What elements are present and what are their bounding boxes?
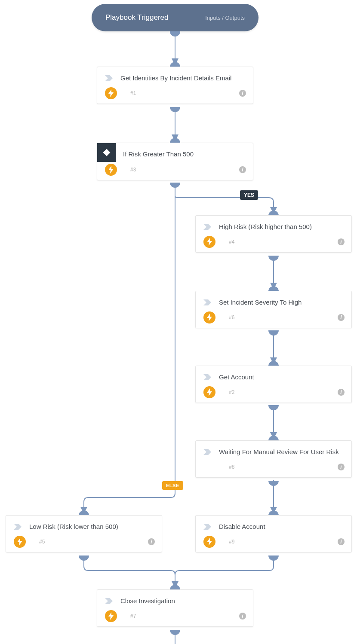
bolt-icon <box>203 386 215 398</box>
task-number: #6 <box>222 314 331 320</box>
edge-label-else: ELSE <box>162 481 183 490</box>
task-card-low-risk[interactable]: Low Risk (Risk lower than 500) #5 i <box>6 515 162 552</box>
bolt-icon <box>105 610 117 622</box>
task-title: Close Investigation <box>120 596 246 605</box>
bolt-icon <box>105 164 117 176</box>
info-icon[interactable]: i <box>338 464 345 470</box>
bolt-icon <box>203 311 215 324</box>
playbook-trigger[interactable]: Playbook Triggered Inputs / Outputs <box>92 4 259 31</box>
task-number: #5 <box>33 539 141 545</box>
chevron-right-icon <box>104 73 114 83</box>
bolt-icon <box>203 236 215 248</box>
info-icon[interactable]: i <box>239 166 246 173</box>
task-number: #8 <box>222 464 331 470</box>
svg-rect-8 <box>103 149 111 156</box>
task-card-manual-review[interactable]: Waiting For Manual Review For User Risk … <box>195 440 352 478</box>
task-title: Waiting For Manual Review For User Risk <box>219 447 345 456</box>
task-card-get-identities[interactable]: Get Identities By Incident Details Email… <box>97 67 253 104</box>
task-number: #1 <box>124 90 232 96</box>
task-title: Set Incident Severity To High <box>219 297 345 307</box>
chevron-right-icon <box>203 222 212 232</box>
chevron-right-icon <box>203 372 212 382</box>
task-title: Get Account <box>219 372 345 382</box>
task-title: High Risk (Risk higher than 500) <box>219 222 345 231</box>
task-card-close-investigation[interactable]: Close Investigation #7 i <box>97 589 253 627</box>
task-number: #2 <box>222 389 331 395</box>
info-icon[interactable]: i <box>338 538 345 545</box>
chevron-right-icon <box>203 447 212 457</box>
task-card-get-account[interactable]: Get Account #2 i <box>195 366 352 403</box>
task-title: Low Risk (Risk lower than 500) <box>29 522 155 531</box>
trigger-title: Playbook Triggered <box>105 13 168 22</box>
task-card-high-risk[interactable]: High Risk (Risk higher than 500) #4 i <box>195 215 352 253</box>
task-card-disable-account[interactable]: Disable Account #9 i <box>195 515 352 552</box>
chevron-right-icon <box>203 522 212 531</box>
bolt-icon <box>105 87 117 99</box>
task-number: #3 <box>124 167 232 173</box>
info-icon[interactable]: i <box>239 613 246 620</box>
decision-card-risk-gt-500[interactable]: If Risk Greater Than 500 #3 i <box>97 143 253 180</box>
info-icon[interactable]: i <box>338 389 345 396</box>
task-card-set-severity-high[interactable]: Set Incident Severity To High #6 i <box>195 291 352 328</box>
task-title: Disable Account <box>219 522 345 531</box>
diamond-icon <box>97 143 116 162</box>
info-icon[interactable]: i <box>338 238 345 245</box>
task-number: #4 <box>222 239 331 245</box>
chevron-right-icon <box>104 596 114 606</box>
chevron-right-icon <box>203 298 212 307</box>
task-number: #9 <box>222 539 331 545</box>
chevron-right-icon <box>13 522 22 531</box>
edge-label-yes: YES <box>240 190 258 200</box>
info-icon[interactable]: i <box>338 314 345 321</box>
bolt-icon <box>203 536 215 548</box>
info-icon[interactable]: i <box>239 90 246 97</box>
trigger-io-link[interactable]: Inputs / Outputs <box>205 15 245 21</box>
bolt-icon <box>14 536 26 548</box>
task-title: If Risk Greater Than 500 <box>123 149 246 159</box>
task-title: Get Identities By Incident Details Email <box>120 73 246 82</box>
info-icon[interactable]: i <box>148 538 155 545</box>
task-number: #7 <box>124 613 232 619</box>
